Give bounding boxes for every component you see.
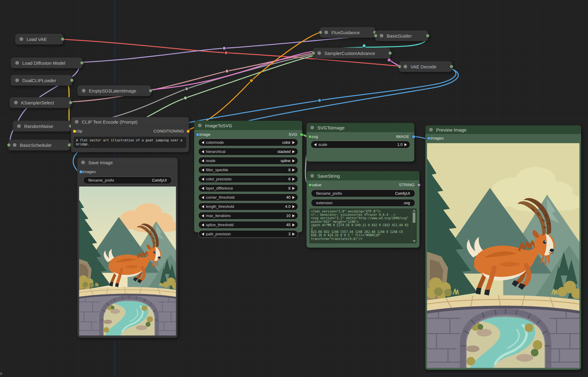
max-iterations-widget[interactable]: max_iterations 10 bbox=[198, 212, 298, 219]
stepper-right-icon[interactable] bbox=[292, 223, 295, 227]
stepper-left-icon[interactable] bbox=[202, 196, 204, 199]
output-port[interactable] bbox=[69, 101, 72, 104]
stepper-right-icon[interactable] bbox=[292, 205, 295, 208]
node-basic-scheduler[interactable]: BasicScheduler bbox=[8, 140, 70, 150]
node-vae-decode[interactable]: VAE Decode bbox=[399, 61, 452, 72]
output-port[interactable] bbox=[61, 37, 64, 41]
stepper-left-icon[interactable] bbox=[202, 223, 204, 227]
mode-widget[interactable]: mode spline bbox=[198, 157, 298, 165]
collapse-icon[interactable] bbox=[324, 31, 328, 34]
stepper-left-icon[interactable] bbox=[202, 187, 204, 190]
stepper-left-icon[interactable] bbox=[202, 214, 204, 217]
collapse-icon[interactable] bbox=[20, 37, 23, 41]
value-input-port[interactable] bbox=[308, 183, 312, 187]
output-port[interactable] bbox=[149, 89, 152, 92]
collapse-icon[interactable] bbox=[14, 101, 18, 104]
node-basic-guider[interactable]: BasicGuider bbox=[375, 30, 428, 41]
node-preview-image[interactable]: Preview Image images bbox=[425, 125, 581, 370]
image-input-port[interactable] bbox=[196, 133, 199, 136]
conditioning-output-port[interactable] bbox=[186, 129, 190, 133]
output-port[interactable] bbox=[80, 61, 84, 65]
node-graph-canvas[interactable]: Load VAE Load Diffusion Model DualCLIPLo… bbox=[0, 0, 588, 377]
stepper-right-icon[interactable] bbox=[292, 233, 295, 236]
collapse-icon[interactable] bbox=[198, 124, 202, 127]
scroll-down-icon[interactable] bbox=[413, 240, 416, 242]
node-title-bar[interactable]: SaveString bbox=[307, 171, 419, 180]
collapse-icon[interactable] bbox=[17, 124, 21, 128]
stepper-right-icon[interactable] bbox=[292, 178, 295, 181]
hierarchical-widget[interactable]: hierarchical stacked bbox=[198, 148, 298, 155]
collapse-icon[interactable] bbox=[404, 65, 407, 68]
scroll-thumb[interactable] bbox=[413, 212, 415, 223]
output-port[interactable] bbox=[388, 51, 392, 55]
stepper-right-icon[interactable] bbox=[292, 196, 295, 199]
collapse-icon[interactable] bbox=[81, 161, 85, 164]
collapse-icon[interactable] bbox=[82, 89, 86, 92]
collapse-icon[interactable] bbox=[75, 120, 79, 124]
scroll-up-icon[interactable] bbox=[413, 209, 416, 212]
node-ksampler-select[interactable]: KSamplerSelect bbox=[9, 97, 71, 108]
color-precision-widget[interactable]: color_precision 6 bbox=[198, 175, 298, 183]
stepper-left-icon[interactable] bbox=[202, 141, 204, 144]
svg-input-port[interactable] bbox=[308, 135, 312, 139]
node-save-image[interactable]: Save Image images filename_prefix ComfyU… bbox=[77, 158, 178, 338]
stepper-left-icon[interactable] bbox=[202, 233, 204, 236]
node-image-to-svg[interactable]: ImageToSVG image SVG colormode color hie… bbox=[194, 121, 302, 233]
node-title-bar[interactable]: ImageToSVG bbox=[194, 121, 302, 130]
scrollbar[interactable] bbox=[411, 209, 416, 243]
stepper-right-icon[interactable] bbox=[292, 169, 295, 172]
stepper-right-icon[interactable] bbox=[404, 143, 407, 146]
stepper-left-icon[interactable] bbox=[202, 169, 204, 172]
input-port[interactable] bbox=[312, 51, 315, 55]
stepper-left-icon[interactable] bbox=[202, 150, 204, 153]
stepper-right-icon[interactable] bbox=[292, 187, 295, 190]
svg-output-port[interactable] bbox=[300, 133, 303, 136]
length-threshold-widget[interactable]: length_threshold 4.0 bbox=[198, 203, 298, 210]
splice-threshold-widget[interactable]: splice_threshold 45 bbox=[198, 221, 298, 229]
clip-input-port[interactable] bbox=[73, 129, 76, 133]
input-port[interactable] bbox=[319, 31, 322, 34]
collapse-icon[interactable] bbox=[310, 126, 314, 129]
stepper-right-icon[interactable] bbox=[292, 214, 295, 217]
input-port[interactable] bbox=[7, 143, 11, 147]
node-flux-guidance[interactable]: FluxGuidance bbox=[320, 27, 375, 38]
node-title-bar[interactable]: Save Image bbox=[78, 158, 177, 167]
node-sampler-custom-advance[interactable]: SamplerCustomAdvance bbox=[313, 48, 391, 59]
collapse-icon[interactable] bbox=[15, 61, 19, 65]
prompt-textarea[interactable]: A flat vector art illustration of a goat… bbox=[74, 137, 186, 148]
output-port[interactable] bbox=[426, 34, 429, 38]
extension-widget[interactable]: extension .svg bbox=[311, 199, 415, 207]
output-port[interactable] bbox=[450, 65, 453, 68]
input-port[interactable] bbox=[374, 34, 378, 38]
filter-speckle-widget[interactable]: filter_speckle 8 bbox=[198, 166, 298, 174]
filename-prefix-widget[interactable]: filename_prefix ComfyUI bbox=[83, 176, 172, 184]
image-output-port[interactable] bbox=[412, 135, 415, 139]
node-dual-clip-loader[interactable]: DualCLIPLoader bbox=[11, 75, 72, 86]
node-empty-sd3-latent-image[interactable]: EmptySD3LatentImage bbox=[77, 85, 151, 96]
node-load-diffusion-model[interactable]: Load Diffusion Model bbox=[11, 57, 82, 68]
node-clip-text-encode[interactable]: CLIP Text Encode (Prompt) clip CONDITION… bbox=[71, 117, 189, 152]
collapse-icon[interactable] bbox=[429, 128, 433, 132]
node-title-bar[interactable]: SVGToImage bbox=[307, 123, 414, 132]
svg-code-textarea[interactable]: <?xml version="1.0" encoding="UTF-8"?> <… bbox=[309, 208, 417, 243]
node-random-noise[interactable]: RandomNoise bbox=[13, 121, 71, 132]
images-input-port[interactable] bbox=[427, 136, 431, 140]
stepper-left-icon[interactable] bbox=[202, 178, 204, 181]
input-port[interactable] bbox=[398, 65, 401, 68]
filename-prefix-widget[interactable]: filename_prefix ComfyUI bbox=[311, 190, 415, 197]
corner-threshold-widget[interactable]: corner_threshold 40 bbox=[198, 194, 298, 201]
layer-difference-widget[interactable]: layer_difference 8 bbox=[198, 184, 298, 192]
node-title-bar[interactable]: Preview Image bbox=[425, 125, 581, 134]
collapse-icon[interactable] bbox=[380, 34, 383, 38]
string-output-port[interactable] bbox=[417, 183, 421, 187]
stepper-left-icon[interactable] bbox=[314, 143, 316, 146]
scale-widget[interactable]: scale 1.0 bbox=[311, 141, 410, 148]
node-svg-to-image[interactable]: SVGToImage svg IMAGE scale 1.0 bbox=[306, 123, 415, 162]
collapse-icon[interactable] bbox=[310, 174, 314, 178]
path-precision-widget[interactable]: path_precision 3 bbox=[198, 230, 298, 238]
stepper-right-icon[interactable] bbox=[292, 150, 295, 153]
stepper-right-icon[interactable] bbox=[292, 159, 295, 162]
images-input-port[interactable] bbox=[79, 170, 83, 174]
collapse-icon[interactable] bbox=[13, 143, 16, 147]
stepper-left-icon[interactable] bbox=[202, 205, 204, 208]
